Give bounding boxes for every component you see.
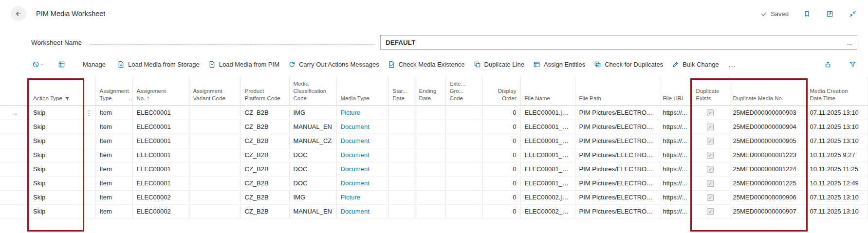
cell-duplicate-media-no[interactable]: 25MED000000000905	[729, 134, 806, 148]
cell-file-url[interactable]: https://...	[659, 162, 692, 176]
cell-display-order[interactable]: 0	[482, 176, 520, 190]
cell-start-date[interactable]	[388, 162, 415, 176]
row-menu-icon[interactable]: ⋮	[86, 109, 92, 117]
cell-external-group-code[interactable]	[445, 176, 482, 190]
table-row[interactable]: SkipItemELEC00002CZ_B2BIMGPicture0ELEC00…	[0, 190, 868, 204]
column-header-ending-date[interactable]: Ending Date	[415, 76, 445, 106]
action-check-media-existence[interactable]: Check Media Existence	[384, 58, 469, 71]
cell-media-type[interactable]: Document	[336, 176, 388, 190]
cell-file-url[interactable]: https://...	[659, 176, 692, 190]
action-load-media-from-pim[interactable]: Load Media from PIM	[204, 58, 283, 71]
cell-assignment-variant-code[interactable]	[189, 106, 240, 120]
cell-ending-date[interactable]	[415, 148, 445, 162]
cell-assignment-type[interactable]: Item	[95, 162, 132, 176]
cell-product-platform-code[interactable]: CZ_B2B	[240, 120, 289, 134]
table-row[interactable]: →Skip⋮ItemELEC00001CZ_B2BIMGPicture0ELEC…	[0, 106, 868, 120]
cell-media-classification-code[interactable]: MANUAL_EN	[289, 120, 336, 134]
action-bulk-change[interactable]: Bulk Change	[668, 58, 722, 71]
column-header-file-url[interactable]: File URL	[659, 76, 692, 106]
cell-display-order[interactable]: 0	[482, 162, 520, 176]
cell-duplicate-media-no[interactable]: 25MED000000001223	[729, 148, 806, 162]
column-header-duplicate-media-no[interactable]: Duplicate Media No.	[729, 76, 806, 106]
cell-media-type[interactable]: Picture	[336, 190, 388, 204]
cell-file-url[interactable]: https://...	[659, 134, 692, 148]
cell-start-date[interactable]	[388, 120, 415, 134]
column-header-file-path[interactable]: File Path	[575, 76, 659, 106]
cell-media-creation-date-time[interactable]: 07.11.2025 13:10	[806, 134, 868, 148]
cell-assignment-variant-code[interactable]	[189, 148, 240, 162]
cell-action-type[interactable]: Skip	[29, 162, 83, 176]
cell-media-classification-code[interactable]: DOC	[289, 148, 336, 162]
manage-button[interactable]: Manage	[78, 58, 111, 71]
column-header-display-order[interactable]: Display Order	[482, 76, 520, 106]
cell-media-type[interactable]: Document	[336, 162, 388, 176]
cell-action-type[interactable]: Skip	[29, 120, 83, 134]
cell-display-order[interactable]: 0	[482, 120, 520, 134]
cell-external-group-code[interactable]	[445, 134, 482, 148]
cell-assignment-type[interactable]: Item	[95, 204, 132, 218]
cell-duplicate-exists[interactable]: ✓	[692, 148, 729, 162]
cell-duplicate-media-no[interactable]: 25MED000000001224	[729, 162, 806, 176]
cell-ending-date[interactable]	[415, 120, 445, 134]
cell-file-path[interactable]: PIM Pictures/ELECTRONI...	[575, 106, 659, 120]
cell-media-classification-code[interactable]: IMG	[289, 106, 336, 120]
cell-duplicate-exists[interactable]: ✓	[692, 134, 729, 148]
cell-media-classification-code[interactable]: MANUAL_CZ	[289, 134, 336, 148]
cell-file-name[interactable]: ELEC00001_use...	[520, 120, 575, 134]
cell-product-platform-code[interactable]: CZ_B2B	[240, 148, 289, 162]
cell-duplicate-media-no[interactable]: 25MED000000000903	[729, 106, 806, 120]
cell-file-path[interactable]: PIM Pictures/ELECTRONI...	[575, 162, 659, 176]
row-menu-cell[interactable]: ⋮	[83, 106, 95, 120]
column-header-duplicate-exists[interactable]: Duplicate Exists	[692, 76, 729, 106]
column-header-assignment-no[interactable]: Assignment No. ↑	[132, 76, 189, 106]
cell-product-platform-code[interactable]: CZ_B2B	[240, 134, 289, 148]
cell-ending-date[interactable]	[415, 190, 445, 204]
cell-action-type[interactable]: Skip	[29, 190, 83, 204]
cell-ending-date[interactable]	[415, 176, 445, 190]
popout-button[interactable]	[825, 9, 834, 18]
cell-media-creation-date-time[interactable]: 07.11.2025 13:10	[806, 190, 868, 204]
cell-file-path[interactable]: PIM Pictures/ELECTRONI...	[575, 148, 659, 162]
action-duplicate-line[interactable]: Duplicate Line	[470, 58, 528, 71]
cell-file-path[interactable]: PIM Pictures/ELECTRONI...	[575, 176, 659, 190]
cell-assignment-no[interactable]: ELEC00001	[132, 162, 189, 176]
cell-start-date[interactable]	[388, 106, 415, 120]
cell-action-type[interactable]: Skip	[29, 106, 83, 120]
cell-external-group-code[interactable]	[445, 120, 482, 134]
action-assign-entities[interactable]: Assign Entities	[529, 58, 589, 71]
cell-duplicate-exists[interactable]: ✓	[692, 106, 729, 120]
cell-assignment-variant-code[interactable]	[189, 134, 240, 148]
cell-file-path[interactable]: PIM Pictures/ELECTRONI...	[575, 190, 659, 204]
cell-file-name[interactable]: ELEC00001_cer...	[520, 148, 575, 162]
filter-button[interactable]	[848, 60, 857, 69]
cell-media-type[interactable]: Document	[336, 204, 388, 218]
cell-ending-date[interactable]	[415, 162, 445, 176]
action-check-for-duplicates[interactable]: Check for Duplicates	[590, 58, 667, 71]
table-row[interactable]: SkipItemELEC00001CZ_B2BMANUAL_ENDocument…	[0, 120, 868, 134]
cell-file-name[interactable]: ELEC00001.jpeg	[520, 106, 575, 120]
cell-ending-date[interactable]	[415, 134, 445, 148]
cell-assignment-type[interactable]: Item	[95, 190, 132, 204]
bookmark-button[interactable]	[802, 9, 812, 18]
cell-media-creation-date-time[interactable]: 10.11.2025 11:25	[806, 162, 868, 176]
column-header-assignment-type[interactable]: Assignment Type	[95, 76, 132, 106]
cell-assignment-type[interactable]: Item	[95, 148, 132, 162]
cell-media-creation-date-time[interactable]: 07.11.2025 13:10	[806, 204, 868, 218]
cell-assignment-type[interactable]: Item	[95, 120, 132, 134]
cell-assignment-type[interactable]: Item	[95, 134, 132, 148]
cell-product-platform-code[interactable]: CZ_B2B	[240, 190, 289, 204]
column-header-file-name[interactable]: File Name	[520, 76, 575, 106]
cell-action-type[interactable]: Skip	[29, 148, 83, 162]
cell-start-date[interactable]	[388, 204, 415, 218]
cell-assignment-no[interactable]: ELEC00001	[132, 148, 189, 162]
table-row[interactable]: SkipItemELEC00001CZ_B2BDOCDocument0ELEC0…	[0, 162, 868, 176]
cell-file-name[interactable]: ELEC00002_use...	[520, 204, 575, 218]
column-header-product-platform-code[interactable]: Product Platform Code	[240, 76, 289, 106]
table-row[interactable]: SkipItemELEC00001CZ_B2BDOCDocument0ELEC0…	[0, 176, 868, 190]
cell-assignment-variant-code[interactable]	[189, 120, 240, 134]
cell-file-url[interactable]: https://...	[659, 106, 692, 120]
cell-assignment-variant-code[interactable]	[189, 204, 240, 218]
cell-file-url[interactable]: https://...	[659, 190, 692, 204]
column-header-external-group-code[interactable]: Exte... Gro... Code	[445, 76, 482, 106]
action-carry-out-actions-messages[interactable]: Carry Out Actions Messages	[284, 58, 383, 71]
